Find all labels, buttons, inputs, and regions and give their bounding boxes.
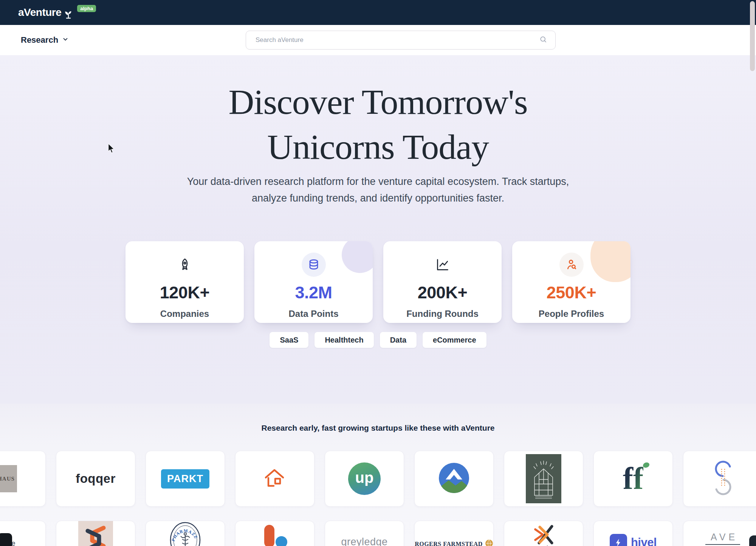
search-bar bbox=[246, 31, 556, 50]
stat-card-funding-rounds: 200K+ Funding Rounds bbox=[383, 241, 502, 323]
logo-card-rogers-farmstead[interactable]: ROGERS FARMSTEAD bbox=[414, 521, 494, 546]
mouse-cursor bbox=[107, 144, 116, 155]
gold-globe-icon bbox=[485, 539, 493, 546]
tag-healthtech[interactable]: Healthtech bbox=[314, 332, 373, 348]
logo-card-verix[interactable]: verix bbox=[504, 521, 583, 546]
person-search-icon bbox=[559, 253, 584, 277]
logo-card-haus[interactable]: HAUS bbox=[0, 451, 46, 507]
ave-shops-logo: AVE SHOPS bbox=[705, 532, 740, 546]
stats-row: 120K+ Companies 3.2M Data Points bbox=[125, 241, 631, 323]
stat-value: 200K+ bbox=[383, 283, 502, 302]
database-icon bbox=[302, 253, 326, 277]
logo-card-s-curves[interactable] bbox=[683, 451, 756, 507]
rocket-icon bbox=[173, 253, 197, 277]
logo-row-2: Trade PHARMAZZ bbox=[0, 521, 756, 546]
category-tags: SaaS Healthtech Data eCommerce bbox=[0, 332, 756, 348]
logo-card-greyledge[interactable]: greyledge TECHNOLOGIES bbox=[325, 521, 404, 546]
stat-card-data-points: 3.2M Data Points bbox=[254, 241, 373, 323]
tag-ecommerce[interactable]: eCommerce bbox=[423, 332, 486, 348]
stat-value: 250K+ bbox=[512, 283, 631, 302]
mountain-icon bbox=[438, 462, 470, 495]
logo-row-1: HAUS foqqer PARKT up bbox=[0, 451, 756, 507]
ff-logo: ff bbox=[623, 463, 644, 494]
rogers-farmstead-logo: ROGERS FARMSTEAD bbox=[415, 539, 493, 546]
parkt-logo: PARKT bbox=[161, 469, 209, 489]
stat-label: Funding Rounds bbox=[383, 309, 502, 319]
startups-section: Research early, fast growing startups li… bbox=[0, 404, 756, 546]
navbar: Research bbox=[0, 25, 756, 55]
logo-card-parkt[interactable]: PARKT bbox=[146, 451, 225, 507]
haus-logo: HAUS bbox=[0, 465, 17, 492]
decorative-blob bbox=[590, 241, 631, 282]
logo-card-shapes[interactable] bbox=[235, 521, 314, 546]
chart-line-icon bbox=[431, 253, 455, 277]
research-menu-label: Research bbox=[21, 35, 58, 45]
page: aVenture alpha Research bbox=[0, 0, 756, 546]
logo-card-greenhouse[interactable] bbox=[504, 451, 583, 507]
greyledge-logo: greyledge TECHNOLOGIES bbox=[341, 536, 387, 546]
logo-card-foqqer[interactable]: foqqer bbox=[56, 451, 135, 507]
decorative-circle bbox=[342, 241, 373, 273]
pharmazz-seal-logo: PHARMAZZ bbox=[168, 521, 203, 546]
abstract-shapes-logo bbox=[257, 525, 292, 546]
alpha-badge: alpha bbox=[77, 5, 96, 12]
s-curves-logo bbox=[708, 461, 737, 497]
stat-value: 120K+ bbox=[125, 283, 244, 302]
hero-section: Discover Tomorrow's Unicorns Today Your … bbox=[0, 55, 756, 404]
page-title-line1: Discover Tomorrow's bbox=[0, 79, 756, 124]
hivel-logo: hivel bbox=[610, 534, 657, 546]
brand-logo[interactable]: aVenture alpha bbox=[18, 4, 96, 21]
up-logo: up bbox=[348, 462, 381, 495]
stat-card-people-profiles: 250K+ People Profiles bbox=[512, 241, 631, 323]
logo-card-ff[interactable]: ff bbox=[593, 451, 673, 507]
logo-card-pharmazz[interactable]: PHARMAZZ bbox=[146, 521, 225, 546]
logo-card-hivel[interactable]: hivel bbox=[593, 521, 673, 546]
search-icon[interactable] bbox=[539, 36, 547, 45]
leaf-icon bbox=[643, 462, 649, 468]
search-input[interactable] bbox=[256, 36, 539, 44]
startups-heading: Research early, fast growing startups li… bbox=[0, 423, 756, 433]
hero-subtitle: Your data-driven research platform for t… bbox=[178, 173, 578, 206]
logo-card-ave-shops[interactable]: AVE SHOPS bbox=[683, 521, 756, 546]
greenhouse-logo bbox=[526, 454, 561, 503]
foqqer-logo: foqqer bbox=[76, 472, 116, 486]
corner-widget-left[interactable] bbox=[0, 533, 12, 546]
tag-data[interactable]: Data bbox=[380, 332, 417, 348]
stat-label: People Profiles bbox=[512, 309, 631, 319]
logo-card-home[interactable] bbox=[235, 451, 314, 507]
corner-widget-right[interactable] bbox=[749, 535, 756, 546]
bolt-icon bbox=[610, 534, 627, 546]
seedling-icon bbox=[63, 8, 74, 21]
stat-label: Companies bbox=[125, 309, 244, 319]
stat-label: Data Points bbox=[254, 309, 373, 319]
research-menu[interactable]: Research bbox=[21, 35, 69, 45]
brand-name: aVenture bbox=[18, 4, 61, 18]
verix-logo: verix bbox=[529, 524, 558, 546]
logo-card-up[interactable]: up bbox=[325, 451, 404, 507]
stat-card-companies: 120K+ Companies bbox=[125, 241, 244, 323]
top-header: aVenture alpha bbox=[0, 0, 756, 25]
chevron-down-icon bbox=[62, 35, 69, 45]
stat-value: 3.2M bbox=[254, 283, 373, 302]
tag-saas[interactable]: SaaS bbox=[270, 332, 308, 348]
s-hexagon-logo bbox=[78, 521, 113, 546]
logo-card-mountain[interactable] bbox=[414, 451, 494, 507]
orange-house-icon bbox=[263, 466, 287, 492]
logo-card-s-hex[interactable] bbox=[56, 521, 135, 546]
page-title: Discover Tomorrow's Unicorns Today bbox=[0, 79, 756, 170]
scrollbar-thumb[interactable] bbox=[750, 1, 755, 71]
